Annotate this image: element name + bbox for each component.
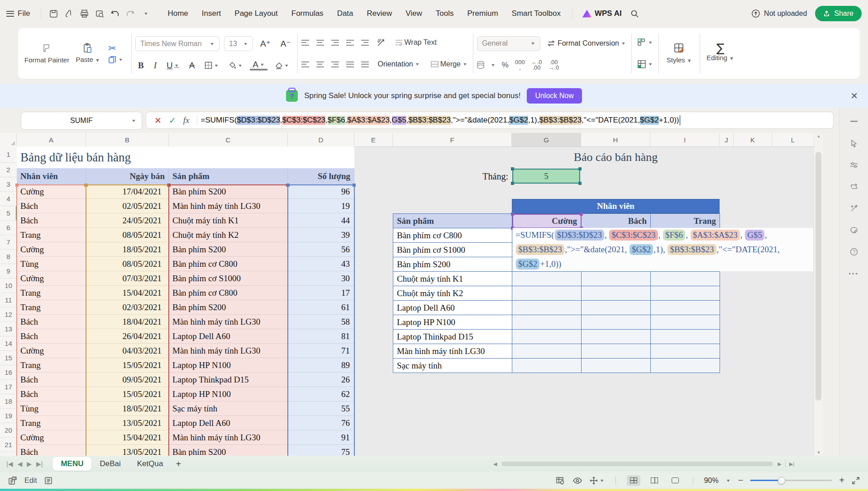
column-header[interactable]: H xyxy=(581,133,650,146)
cell-date[interactable]: 15/04/2021 xyxy=(86,430,169,445)
more-options-icon[interactable]: ••• xyxy=(849,269,859,279)
cell-quantity[interactable]: 55 xyxy=(288,401,354,416)
cell-date[interactable]: 17/04/2021 xyxy=(86,184,169,199)
report-group-header[interactable]: Nhân viên xyxy=(512,199,720,213)
macro-status-icon[interactable]: VB xyxy=(8,476,17,485)
resource-leaf-icon[interactable] xyxy=(849,225,859,235)
report-value-cell[interactable] xyxy=(512,359,582,373)
row-header[interactable]: 19 xyxy=(0,409,17,423)
cell-quantity[interactable]: 89 xyxy=(288,358,354,373)
cell-date[interactable]: 18/05/2021 xyxy=(86,401,169,416)
cell-product[interactable]: Laptop Dell A60 xyxy=(169,416,288,430)
decrease-decimal-icon[interactable]: .00→.0 xyxy=(548,60,559,71)
horizontal-scrollbar[interactable]: ◀ ▶ ▶| xyxy=(493,456,823,472)
menu-tab[interactable]: Tools xyxy=(429,6,461,21)
report-value-cell[interactable] xyxy=(512,301,582,315)
confirm-entry-icon[interactable]: ✓ xyxy=(165,115,180,126)
normal-view-button[interactable] xyxy=(627,475,640,486)
distribute-icon[interactable] xyxy=(361,61,369,67)
report-product-cell[interactable]: Chuột máy tính K1 xyxy=(393,272,512,286)
decrease-font-icon[interactable]: A⁻ xyxy=(278,38,294,49)
sheet-tab[interactable]: MENU xyxy=(52,457,91,471)
print-icon[interactable] xyxy=(76,6,92,21)
strikethrough-icon[interactable]: A xyxy=(186,61,198,71)
header-product[interactable]: Sản phẩm xyxy=(169,168,288,184)
wrap-text-button[interactable]: Wrap Text xyxy=(393,38,439,47)
report-value-cell[interactable] xyxy=(582,359,651,373)
row-header[interactable]: 20 xyxy=(0,423,17,438)
print-preview-icon[interactable] xyxy=(92,6,107,21)
insert-function-icon[interactable]: fx xyxy=(180,115,193,125)
zoom-level[interactable]: 90% xyxy=(704,477,719,485)
menu-tab[interactable]: Page Layout xyxy=(228,6,284,21)
cell-date[interactable]: 15/04/2021 xyxy=(86,286,169,300)
menu-tab[interactable]: Data xyxy=(330,6,360,21)
cancel-entry-icon[interactable]: ✕ xyxy=(151,115,165,126)
cell-product[interactable]: Bàn phím cơ C800 xyxy=(169,286,288,300)
horizontal-scroll-thumb[interactable] xyxy=(501,462,773,466)
report-value-cell[interactable] xyxy=(582,301,651,315)
font-name-select[interactable]: Times New Roman▼ xyxy=(135,36,219,51)
cell-product[interactable]: Chuột máy tính K1 xyxy=(169,213,288,228)
cell-quantity[interactable]: 91 xyxy=(288,430,354,445)
wps-ai-button[interactable]: WPS AI xyxy=(577,9,627,18)
data-table-title[interactable]: Bảng dữ liệu bán hàng xyxy=(17,146,354,168)
column-header[interactable]: L xyxy=(772,133,814,146)
cell-employee[interactable]: Cường xyxy=(17,271,86,286)
zoom-in-button[interactable]: + xyxy=(839,475,844,486)
report-product-cell[interactable]: Bàn phím cơ S1000 xyxy=(393,243,512,257)
move-tools-icon[interactable]: ▼ xyxy=(590,477,605,485)
conditional-format-icon[interactable]: ▼ xyxy=(635,37,655,48)
report-header-bach[interactable]: Bách xyxy=(582,214,651,228)
column-header[interactable]: C xyxy=(169,133,288,146)
styles-button[interactable]: Styles ▼ xyxy=(665,42,693,65)
column-header[interactable]: B xyxy=(86,133,169,146)
cell-product[interactable]: Laptop Dell A60 xyxy=(169,329,288,344)
cell-quantity[interactable]: 43 xyxy=(288,257,354,271)
report-value-cell[interactable] xyxy=(651,330,720,344)
unlock-now-button[interactable]: Unlock Now xyxy=(527,88,582,104)
copy-icon[interactable]: ▼ xyxy=(106,55,125,65)
cell-employee[interactable]: Bách xyxy=(17,373,86,387)
column-header[interactable]: F xyxy=(393,133,512,146)
comma-style-icon[interactable]: 000, xyxy=(515,60,525,71)
next-sheet-icon[interactable]: ▶ xyxy=(27,460,32,467)
share-button[interactable]: Share xyxy=(815,6,862,21)
cell-date[interactable]: 02/05/2021 xyxy=(86,199,169,213)
cell-employee[interactable]: Trang xyxy=(17,358,86,373)
align-top-icon[interactable] xyxy=(301,39,309,46)
report-value-cell[interactable] xyxy=(651,286,720,301)
cell-quantity[interactable]: 61 xyxy=(288,300,354,315)
currency-chevron-icon[interactable]: ▼ xyxy=(491,63,496,67)
collapse-formula-bar-icon[interactable] xyxy=(849,117,859,127)
hamburger-menu-icon[interactable] xyxy=(6,11,14,17)
borders-icon[interactable]: ▼ xyxy=(202,61,221,69)
add-sheet-icon[interactable]: + xyxy=(176,459,181,469)
menu-tab[interactable]: Premium xyxy=(461,6,505,21)
format-conversion-button[interactable]: Format Conversion▼ xyxy=(545,38,628,48)
cell-product[interactable]: Chuột máy tính K2 xyxy=(169,228,288,242)
scroll-left-icon[interactable]: ◀ xyxy=(493,461,497,467)
repeat-loop-icon[interactable] xyxy=(849,182,859,192)
zoom-slider[interactable] xyxy=(750,480,832,481)
report-product-cell[interactable]: Laptop HP N100 xyxy=(393,315,512,330)
more-actions-chevron-icon[interactable]: ▼ xyxy=(138,6,153,21)
cell-employee[interactable]: Bách xyxy=(17,329,86,344)
column-header[interactable]: E xyxy=(354,133,393,146)
cell-date[interactable]: 08/05/2021 xyxy=(86,228,169,242)
magic-wand-icon[interactable] xyxy=(849,203,859,213)
report-product-cell[interactable]: Sạc máy tính xyxy=(393,359,512,373)
report-value-cell[interactable] xyxy=(651,301,720,315)
orientation-button[interactable]: Orientation▼ xyxy=(376,59,422,69)
scroll-down-icon[interactable]: ▼ xyxy=(814,450,823,455)
sheet-tab[interactable]: KetQua xyxy=(129,457,172,471)
cell-product[interactable]: Laptop Thinkpad D15 xyxy=(169,373,288,387)
cell-employee[interactable]: Tùng xyxy=(17,257,86,271)
cell-employee[interactable]: Cường xyxy=(17,242,86,257)
report-value-cell[interactable] xyxy=(512,272,582,286)
upload-status[interactable]: Not uploaded xyxy=(751,9,807,18)
cell-product[interactable]: Màn hình máy tính LG30 xyxy=(169,315,288,329)
cell-quantity[interactable]: 58 xyxy=(288,315,354,329)
menu-tab[interactable]: Smart Toolbox xyxy=(505,6,568,21)
cell-product[interactable]: Bàn phím S200 xyxy=(169,184,288,199)
